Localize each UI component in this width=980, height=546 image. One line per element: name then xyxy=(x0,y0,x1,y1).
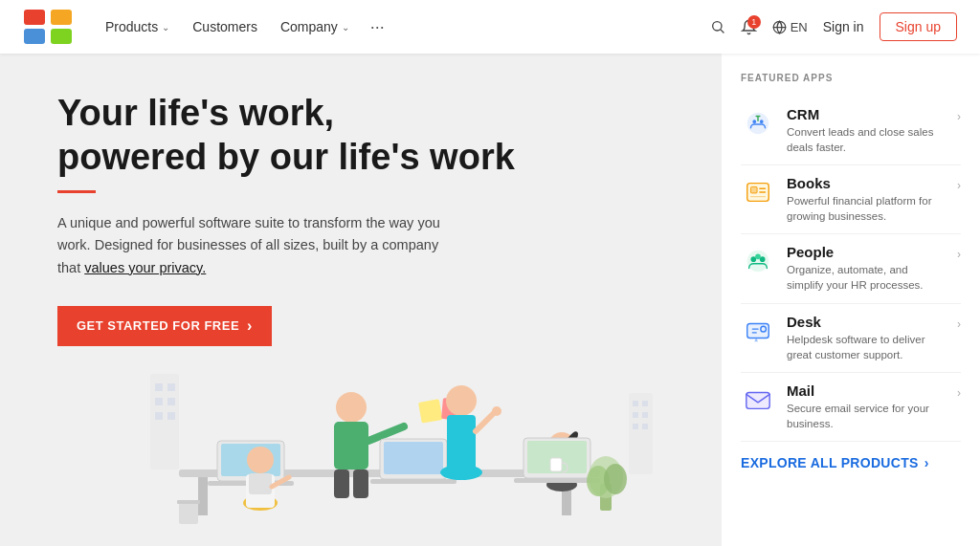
svg-line-5 xyxy=(721,30,724,33)
svg-rect-21 xyxy=(334,470,349,498)
nav-products-label: Products xyxy=(105,19,158,34)
svg-point-46 xyxy=(604,464,627,494)
notification-badge: 1 xyxy=(747,15,761,29)
hero-underline xyxy=(57,190,96,193)
svg-rect-57 xyxy=(633,424,638,429)
svg-rect-52 xyxy=(167,398,175,405)
svg-point-71 xyxy=(755,254,761,260)
desk-name: Desk xyxy=(787,314,946,330)
app-item-mail[interactable]: Mail Secure email service for your busin… xyxy=(741,373,961,442)
cta-arrow-icon: › xyxy=(247,317,253,335)
books-chevron-icon: › xyxy=(957,179,961,192)
svg-rect-1 xyxy=(51,10,72,25)
svg-rect-26 xyxy=(370,479,457,484)
svg-point-69 xyxy=(751,257,757,263)
svg-point-4 xyxy=(712,22,721,31)
search-button[interactable] xyxy=(710,19,725,34)
svg-rect-75 xyxy=(746,392,769,408)
hero-illustration xyxy=(57,336,722,546)
nav-customers-label: Customers xyxy=(192,19,257,34)
svg-rect-58 xyxy=(642,401,648,406)
books-icon xyxy=(741,175,775,209)
svg-rect-60 xyxy=(642,424,648,429)
signin-button[interactable]: Sign in xyxy=(823,19,864,34)
svg-rect-9 xyxy=(198,477,208,515)
svg-rect-2 xyxy=(24,29,45,44)
app-item-books[interactable]: Books Powerful financial platform for gr… xyxy=(741,165,961,234)
svg-rect-42 xyxy=(177,500,200,504)
mail-chevron-icon: › xyxy=(957,386,961,400)
hero-description: A unique and powerful software suite to … xyxy=(57,212,440,279)
svg-point-33 xyxy=(492,406,501,416)
hero-title: Your life's work, powered by our life's … xyxy=(57,92,683,179)
crm-info: CRM Convert leads and close sales deals … xyxy=(787,106,946,155)
nav-more-button[interactable]: ··· xyxy=(363,11,392,43)
people-name: People xyxy=(787,244,946,260)
svg-rect-54 xyxy=(629,393,653,474)
app-item-crm[interactable]: CRM Convert leads and close sales deals … xyxy=(741,97,961,165)
explore-all-link[interactable]: EXPLORE ALL PRODUCTS › xyxy=(741,455,961,470)
people-icon xyxy=(741,244,775,278)
svg-point-70 xyxy=(760,257,766,263)
privacy-link[interactable]: values your privacy. xyxy=(84,260,206,275)
nav-links: Products ⌄ Customers Company ⌄ ··· xyxy=(96,11,710,43)
desk-icon xyxy=(741,314,775,348)
crm-desc: Convert leads and close sales deals fast… xyxy=(787,124,946,155)
mail-info: Mail Secure email service for your busin… xyxy=(787,382,946,431)
language-label: EN xyxy=(791,20,808,34)
mail-desc: Secure email service for your business. xyxy=(787,401,946,431)
hero-section: Your life's work, powered by our life's … xyxy=(0,54,722,546)
svg-rect-27 xyxy=(418,399,442,423)
people-desc: Organize, automate, and simplify your HR… xyxy=(787,262,946,293)
navbar: Products ⌄ Customers Company ⌄ ··· xyxy=(0,0,980,54)
svg-rect-30 xyxy=(447,415,476,472)
nav-item-customers[interactable]: Customers xyxy=(183,13,267,40)
svg-rect-49 xyxy=(155,398,163,405)
logo[interactable] xyxy=(23,8,73,46)
mail-name: Mail xyxy=(787,382,946,399)
products-chevron-icon: ⌄ xyxy=(162,22,169,33)
nav-company-label: Company xyxy=(280,19,338,34)
svg-rect-53 xyxy=(167,412,175,420)
svg-rect-22 xyxy=(353,470,368,498)
books-info: Books Powerful financial platform for gr… xyxy=(787,175,946,224)
mail-icon xyxy=(741,382,775,417)
signup-button[interactable]: Sign up xyxy=(880,12,957,41)
svg-point-29 xyxy=(446,385,477,416)
explore-arrow-icon: › xyxy=(924,455,929,470)
svg-point-68 xyxy=(747,251,769,273)
svg-rect-17 xyxy=(249,473,272,494)
svg-rect-59 xyxy=(642,412,648,418)
language-button[interactable]: EN xyxy=(772,20,808,34)
books-desc: Powerful financial platform for growing … xyxy=(787,193,946,224)
featured-panel: FEATURED APPS CRM Convert leads and clos… xyxy=(722,54,980,546)
company-chevron-icon: ⌄ xyxy=(342,22,349,33)
nav-right: 1 EN Sign in Sign up xyxy=(710,12,957,41)
main-content: Your life's work, powered by our life's … xyxy=(0,54,980,546)
svg-rect-0 xyxy=(24,10,45,25)
people-chevron-icon: › xyxy=(957,248,961,261)
svg-point-19 xyxy=(336,392,367,423)
people-info: People Organize, automate, and simplify … xyxy=(787,244,946,293)
books-name: Books xyxy=(787,175,946,191)
svg-rect-25 xyxy=(384,442,443,474)
desk-desc: Helpdesk software to deliver great custo… xyxy=(787,332,946,362)
svg-rect-56 xyxy=(633,412,638,418)
crm-icon xyxy=(741,106,775,141)
desk-info: Desk Helpdesk software to deliver great … xyxy=(787,314,946,362)
svg-rect-3 xyxy=(51,29,72,44)
app-item-desk[interactable]: Desk Helpdesk software to deliver great … xyxy=(741,304,961,373)
nav-item-company[interactable]: Company ⌄ xyxy=(271,13,359,40)
svg-rect-51 xyxy=(167,383,175,391)
nav-item-products[interactable]: Products ⌄ xyxy=(96,13,179,40)
svg-line-32 xyxy=(476,414,493,431)
desk-chevron-icon: › xyxy=(957,317,961,331)
app-item-people[interactable]: People Organize, automate, and simplify … xyxy=(741,234,961,303)
svg-rect-20 xyxy=(334,422,368,470)
featured-label: FEATURED APPS xyxy=(741,73,961,83)
crm-name: CRM xyxy=(787,106,946,122)
notification-wrapper: 1 xyxy=(741,19,757,35)
svg-rect-48 xyxy=(155,383,163,391)
crm-chevron-icon: › xyxy=(957,110,961,123)
explore-label: EXPLORE ALL PRODUCTS xyxy=(741,455,919,470)
